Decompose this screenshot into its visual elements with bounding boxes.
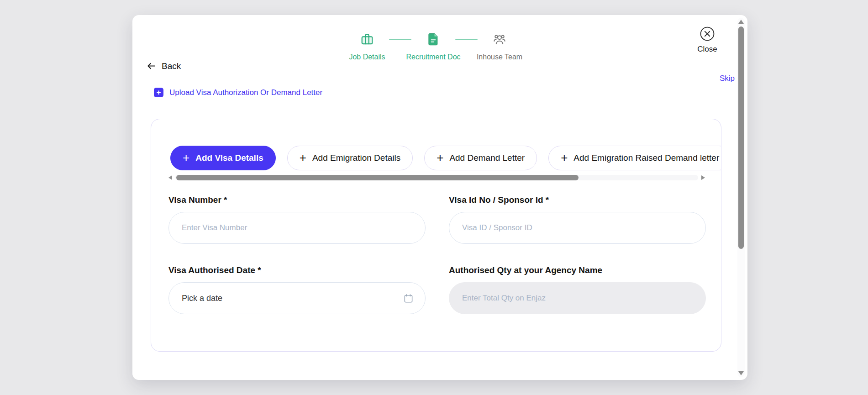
stepper-step-inhouse-team[interactable]: Inhouse Team [478,32,521,61]
stepper-step-recruitment-doc[interactable]: Recruitment Doc [411,32,455,61]
plus-icon: + [561,152,568,163]
plus-icon: + [437,152,443,163]
tab-add-visa-details[interactable]: + Add Visa Details [170,146,276,170]
vertical-scrollbar-thumb[interactable] [738,26,744,249]
back-label: Back [162,61,181,71]
tab-label: Add Emigration Details [312,153,400,163]
visa-authorised-date-label: Visa Authorised Date * [168,265,261,275]
scroll-right-arrow-icon[interactable] [701,175,705,180]
upload-visa-authorization-link[interactable]: + Upload Visa Authorization Or Demand Le… [154,88,322,97]
authorised-qty-label: Authorised Qty at your Agency Name [449,265,602,275]
briefcase-icon [360,32,374,46]
wizard-modal: Job Details Recruitment Doc [132,15,747,380]
tab-label: Add Demand Letter [449,153,525,163]
stepper-label: Inhouse Team [477,53,522,61]
scroll-up-arrow-icon[interactable] [738,20,744,24]
horizontal-scrollbar-thumb[interactable] [176,175,579,180]
calendar-icon [403,293,414,304]
stepper-label: Job Details [349,53,385,61]
visa-details-card: + Add Visa Details + Add Emigration Deta… [151,119,721,352]
close-icon [700,26,715,42]
stepper-step-job-details[interactable]: Job Details [345,32,389,61]
plus-icon: + [300,152,306,163]
modal-vertical-scrollbar [737,18,745,377]
tab-add-emigration-raised-demand-letter[interactable]: + Add Emigration Raised Demand letter [548,146,721,170]
authorised-qty-input [449,282,706,314]
visa-authorised-date-picker[interactable]: Pick a date [168,282,426,314]
tabs-horizontal-scrollbar [168,175,705,181]
document-icon [426,32,440,46]
back-button[interactable]: Back [146,61,181,71]
team-icon [493,32,506,46]
visa-id-input[interactable] [449,212,706,244]
close-button[interactable]: Close [693,26,722,54]
close-label: Close [697,45,717,54]
plus-icon: + [183,152,189,163]
visa-id-label: Visa Id No / Sponsor Id * [449,195,549,205]
skip-link[interactable]: Skip [720,74,735,83]
back-arrow-icon [146,61,157,71]
scroll-down-arrow-icon[interactable] [738,371,744,375]
tabs-row: + Add Visa Details + Add Emigration Deta… [170,146,721,170]
stepper-connector [389,39,411,40]
stepper-label: Recruitment Doc [406,53,460,61]
stepper-connector [455,39,478,40]
date-picker-value: Pick a date [182,294,222,303]
wizard-stepper: Job Details Recruitment Doc [345,32,521,61]
visa-number-label: Visa Number * [168,195,227,205]
upload-link-label: Upload Visa Authorization Or Demand Lett… [169,88,322,97]
scroll-left-arrow-icon[interactable] [168,175,172,180]
tab-label: Add Emigration Raised Demand letter [573,153,719,163]
plus-icon: + [154,88,163,97]
tab-add-demand-letter[interactable]: + Add Demand Letter [424,146,537,170]
visa-number-input[interactable] [168,212,426,244]
tab-add-emigration-details[interactable]: + Add Emigration Details [287,146,413,170]
tab-label: Add Visa Details [195,153,263,163]
